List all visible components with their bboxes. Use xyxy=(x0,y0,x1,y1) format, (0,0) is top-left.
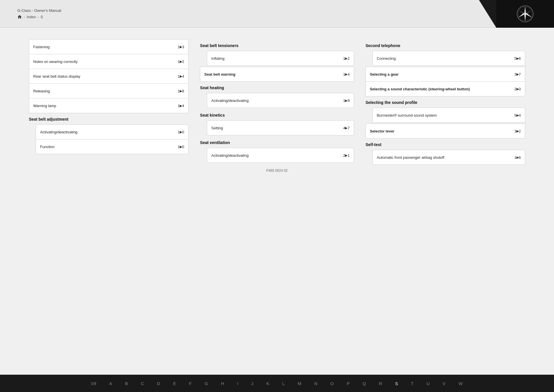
alpha-N[interactable]: N xyxy=(308,381,324,386)
list-item[interactable]: Setting 4▶7 xyxy=(207,120,354,135)
list-item[interactable]: Activating/deactivating 2▶1 xyxy=(207,148,354,163)
selecting-sound-char-entry[interactable]: Selecting a sound characteristic (steeri… xyxy=(366,81,525,96)
alpha-R[interactable]: R xyxy=(373,381,389,386)
alpha-E[interactable]: E xyxy=(167,381,183,386)
list-item[interactable]: Inflating 1▶2 xyxy=(207,51,354,66)
alpha-A[interactable]: A xyxy=(103,381,119,386)
alpha-H[interactable]: H xyxy=(215,381,231,386)
list-item[interactable]: Fastening 1▶3 xyxy=(29,39,188,54)
entry-page: 1▶4 xyxy=(343,72,349,76)
entry-page: 2▶0 xyxy=(514,87,521,91)
entry-label: Setting xyxy=(211,126,343,130)
alpha-K[interactable]: K xyxy=(260,381,276,386)
section-header-ventilation: Seat ventilation xyxy=(200,136,354,148)
alpha-U[interactable]: U xyxy=(420,381,436,386)
alpha-P[interactable]: P xyxy=(340,381,356,386)
entry-page: 1▶8 xyxy=(178,89,184,93)
entry-label: Releasing xyxy=(33,89,178,93)
entry-label: Notes on wearing correctly xyxy=(33,59,178,64)
list-item[interactable]: Releasing 1▶8 xyxy=(29,83,188,98)
content-grid: Fastening 1▶3 Notes on wearing correctly… xyxy=(29,39,525,166)
entry-page: 1▶6 xyxy=(514,155,521,160)
entry-label: Activating/deactivating xyxy=(211,153,343,158)
section-header-belt-warning-entry[interactable]: Seat belt warning 1▶4 xyxy=(200,67,354,82)
alphabet-bar: 09 A B C D E F G H I J K L M N O P Q R S… xyxy=(0,375,554,392)
selecting-gear-entry[interactable]: Selecting a gear 3▶7 xyxy=(366,67,525,82)
entry-page: 1▶2 xyxy=(343,56,349,61)
entry-label: Selecting a sound characteristic (steeri… xyxy=(370,87,514,91)
alpha-Q[interactable]: Q xyxy=(356,381,373,386)
breadcrumb-index[interactable]: Index xyxy=(27,15,36,19)
entry-page: 4▶7 xyxy=(343,126,349,130)
alpha-M[interactable]: M xyxy=(291,381,308,386)
tensioners-entries: Inflating 1▶2 xyxy=(200,51,354,66)
section-header-tensioners: Seat belt tensioners xyxy=(200,39,354,51)
alpha-F[interactable]: F xyxy=(183,381,198,386)
footer-code: F465 0024 02 xyxy=(29,166,525,193)
alpha-I[interactable]: I xyxy=(231,381,245,386)
section-header-kinetics: Seat kinetics xyxy=(200,109,354,120)
entry-label: Fastening xyxy=(33,45,178,49)
entry-page: 1▶0 xyxy=(178,145,184,149)
entry-page: 2▶1 xyxy=(343,153,349,158)
entry-label: Activating/deactivating xyxy=(211,98,343,103)
header-triangle xyxy=(479,0,496,28)
list-item[interactable]: Burmester® surround sound system 5▶4 xyxy=(373,108,525,123)
list-item[interactable]: Warning lamp 1▶4 xyxy=(29,98,188,113)
section-header-sound-profile: Selecting the sound profile xyxy=(366,96,525,108)
entry-page: 1▶4 xyxy=(178,104,184,108)
selector-lever-entry[interactable]: Selector lever 3▶2 xyxy=(366,124,525,139)
list-item[interactable]: Function 1▶0 xyxy=(36,139,188,154)
entry-page: 5▶6 xyxy=(514,56,521,61)
header-left: G-Class - Owner's Manual › Index › S xyxy=(17,8,61,19)
breadcrumb: › Index › S xyxy=(17,14,61,19)
entry-page: 3▶7 xyxy=(514,72,521,76)
entry-label: Function xyxy=(40,145,178,149)
self-test-entries: Automatic front passenger airbag shutoff… xyxy=(366,150,525,165)
entry-label: Rear seat belt status display xyxy=(33,74,178,79)
alpha-G[interactable]: G xyxy=(198,381,215,386)
section-header-heating: Seat heating xyxy=(200,81,354,93)
column-1: Fastening 1▶3 Notes on wearing correctly… xyxy=(29,39,194,166)
header: G-Class - Owner's Manual › Index › S xyxy=(0,0,554,28)
breadcrumb-sep-1: › xyxy=(24,15,25,19)
home-icon[interactable] xyxy=(17,14,22,19)
alpha-D[interactable]: D xyxy=(151,381,167,386)
heating-entries: Activating/deactivating 1▶9 xyxy=(200,93,354,108)
column-2: Seat belt tensioners Inflating 1▶2 Seat … xyxy=(194,39,360,166)
mercedes-logo xyxy=(496,0,554,28)
entry-label: Selecting a gear xyxy=(370,72,514,76)
list-item[interactable]: Notes on wearing correctly 1▶2 xyxy=(29,54,188,69)
alpha-T[interactable]: T xyxy=(405,381,420,386)
section-header-belt-adjustment: Seat belt adjustment xyxy=(29,113,188,124)
section-header-second-telephone: Second telephone xyxy=(366,39,525,51)
list-item[interactable]: Rear seat belt status display 1▶4 xyxy=(29,69,188,84)
second-telephone-entries: Connecting 5▶6 xyxy=(366,51,525,66)
list-item[interactable]: Automatic front passenger airbag shutoff… xyxy=(373,150,525,165)
entry-label: Warning lamp xyxy=(33,104,178,108)
entry-page: 1▶4 xyxy=(178,74,184,79)
kinetics-entries: Setting 4▶7 xyxy=(200,120,354,135)
alpha-J[interactable]: J xyxy=(245,381,260,386)
list-item[interactable]: Activating/deactivating 1▶9 xyxy=(207,93,354,108)
breadcrumb-sep-2: › xyxy=(38,15,39,19)
entry-page: 1▶2 xyxy=(178,59,184,64)
alpha-V[interactable]: V xyxy=(436,381,452,386)
alpha-L[interactable]: L xyxy=(276,381,291,386)
list-item[interactable]: Activating/deactivating 1▶0 xyxy=(36,124,188,139)
svg-point-8 xyxy=(524,13,526,15)
entry-page: 5▶4 xyxy=(514,113,521,117)
alpha-O[interactable]: O xyxy=(324,381,340,386)
entry-label: Activating/deactivating xyxy=(40,130,178,134)
alpha-W[interactable]: W xyxy=(452,381,469,386)
list-item[interactable]: Connecting 5▶6 xyxy=(373,51,525,66)
alpha-09[interactable]: 09 xyxy=(85,381,103,386)
entry-label: Automatic front passenger airbag shutoff xyxy=(377,155,514,160)
entry-page: 1▶0 xyxy=(178,130,184,134)
top-entries: Fastening 1▶3 Notes on wearing correctly… xyxy=(29,39,188,113)
alpha-B[interactable]: B xyxy=(119,381,134,386)
alpha-S[interactable]: S xyxy=(389,381,405,386)
alpha-C[interactable]: C xyxy=(134,381,151,386)
section-header-belt-warning: Seat belt warning xyxy=(204,72,343,76)
entry-page: 1▶9 xyxy=(343,98,349,103)
